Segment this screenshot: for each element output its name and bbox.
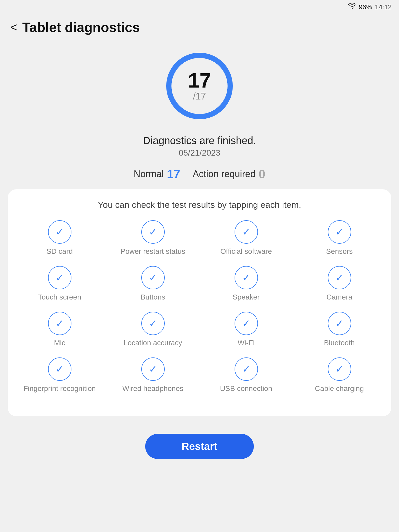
- check-icon-mic: ✓: [56, 318, 64, 328]
- item-label-sensors: Sensors: [326, 247, 353, 256]
- grid-item-location-accuracy[interactable]: ✓ Location accuracy: [109, 312, 197, 347]
- wifi-icon: [348, 3, 356, 11]
- item-label-mic: Mic: [54, 339, 65, 347]
- clock: 14:12: [375, 3, 392, 11]
- summary-row: Normal 17 Action required 0: [0, 167, 399, 181]
- check-circle-buttons: ✓: [141, 266, 165, 289]
- progress-circle: 17 /17: [163, 50, 236, 122]
- diagnostics-card: You can check the test results by tappin…: [8, 189, 391, 416]
- check-icon-camera: ✓: [335, 273, 344, 283]
- item-label-power-restart: Power restart status: [121, 247, 185, 256]
- status-date: 05/21/2023: [0, 148, 399, 158]
- item-label-sd-card: SD card: [46, 247, 73, 256]
- check-circle-fingerprint: ✓: [48, 357, 71, 381]
- restart-button[interactable]: Restart: [145, 434, 254, 459]
- item-label-camera: Camera: [327, 293, 353, 301]
- item-label-fingerprint: Fingerprint recognition: [23, 384, 96, 393]
- grid-item-sd-card[interactable]: ✓ SD card: [16, 220, 104, 256]
- restart-btn-container: Restart: [0, 427, 399, 469]
- progress-container: 17 /17: [0, 39, 399, 128]
- check-circle-official-software: ✓: [235, 220, 258, 244]
- item-label-buttons: Buttons: [141, 293, 165, 301]
- item-label-wifi: Wi-Fi: [238, 339, 255, 347]
- grid-item-buttons[interactable]: ✓ Buttons: [109, 266, 197, 301]
- status-text: Diagnostics are finished. 05/21/2023: [0, 135, 399, 158]
- grid-item-wifi[interactable]: ✓ Wi-Fi: [202, 312, 290, 347]
- check-icon-wired-headphones: ✓: [149, 364, 157, 374]
- check-icon-touch-screen: ✓: [56, 273, 64, 283]
- normal-label: Normal: [134, 169, 164, 179]
- grid-item-touch-screen[interactable]: ✓ Touch screen: [16, 266, 104, 301]
- normal-count: 17: [167, 167, 180, 181]
- check-icon-usb-connection: ✓: [242, 364, 250, 374]
- check-circle-camera: ✓: [328, 266, 351, 289]
- action-count: 0: [259, 167, 265, 181]
- item-label-official-software: Official software: [220, 247, 272, 256]
- check-icon-buttons: ✓: [149, 273, 157, 283]
- item-label-touch-screen: Touch screen: [38, 293, 81, 301]
- grid-item-cable-charging[interactable]: ✓ Cable charging: [295, 357, 383, 393]
- grid-item-mic[interactable]: ✓ Mic: [16, 312, 104, 347]
- check-circle-mic: ✓: [48, 312, 71, 335]
- check-circle-power-restart: ✓: [141, 220, 165, 244]
- check-icon-official-software: ✓: [242, 227, 250, 237]
- grid-item-speaker[interactable]: ✓ Speaker: [202, 266, 290, 301]
- check-icon-wifi: ✓: [242, 318, 250, 328]
- card-hint: You can check the test results by tappin…: [16, 200, 383, 210]
- status-finished-label: Diagnostics are finished.: [0, 135, 399, 147]
- item-label-cable-charging: Cable charging: [315, 384, 364, 393]
- check-icon-power-restart: ✓: [149, 227, 157, 237]
- diagnostics-grid: ✓ SD card ✓ Power restart status ✓ Offic…: [16, 220, 383, 403]
- normal-summary: Normal 17: [134, 167, 180, 181]
- action-label: Action required: [193, 169, 256, 179]
- check-circle-speaker: ✓: [235, 266, 258, 289]
- item-label-wired-headphones: Wired headphones: [122, 384, 183, 393]
- grid-item-wired-headphones[interactable]: ✓ Wired headphones: [109, 357, 197, 393]
- check-circle-sd-card: ✓: [48, 220, 71, 244]
- grid-item-power-restart[interactable]: ✓ Power restart status: [109, 220, 197, 256]
- header: < Tablet diagnostics: [0, 13, 399, 39]
- item-label-location-accuracy: Location accuracy: [124, 339, 182, 347]
- check-icon-bluetooth: ✓: [335, 318, 344, 328]
- check-icon-sensors: ✓: [335, 227, 344, 237]
- grid-item-bluetooth[interactable]: ✓ Bluetooth: [295, 312, 383, 347]
- item-label-bluetooth: Bluetooth: [324, 339, 355, 347]
- check-icon-sd-card: ✓: [56, 227, 64, 237]
- check-icon-location-accuracy: ✓: [149, 318, 157, 328]
- battery-level: 96%: [359, 3, 372, 11]
- check-circle-wifi: ✓: [235, 312, 258, 335]
- check-circle-bluetooth: ✓: [328, 312, 351, 335]
- progress-current: 17: [188, 70, 211, 91]
- grid-item-official-software[interactable]: ✓ Official software: [202, 220, 290, 256]
- progress-total: /17: [188, 91, 211, 102]
- check-icon-cable-charging: ✓: [335, 364, 344, 374]
- check-icon-fingerprint: ✓: [56, 364, 64, 374]
- check-circle-touch-screen: ✓: [48, 266, 71, 289]
- item-label-speaker: Speaker: [232, 293, 260, 301]
- item-label-usb-connection: USB connection: [220, 384, 272, 393]
- grid-item-fingerprint[interactable]: ✓ Fingerprint recognition: [16, 357, 104, 393]
- status-bar: 96% 14:12: [0, 0, 399, 13]
- check-icon-speaker: ✓: [242, 273, 250, 283]
- check-circle-sensors: ✓: [328, 220, 351, 244]
- back-button[interactable]: <: [10, 22, 17, 33]
- grid-item-sensors[interactable]: ✓ Sensors: [295, 220, 383, 256]
- check-circle-usb-connection: ✓: [235, 357, 258, 381]
- action-summary: Action required 0: [193, 167, 265, 181]
- grid-item-usb-connection[interactable]: ✓ USB connection: [202, 357, 290, 393]
- page-title: Tablet diagnostics: [22, 19, 140, 35]
- check-circle-cable-charging: ✓: [328, 357, 351, 381]
- check-circle-location-accuracy: ✓: [141, 312, 165, 335]
- grid-item-camera[interactable]: ✓ Camera: [295, 266, 383, 301]
- check-circle-wired-headphones: ✓: [141, 357, 165, 381]
